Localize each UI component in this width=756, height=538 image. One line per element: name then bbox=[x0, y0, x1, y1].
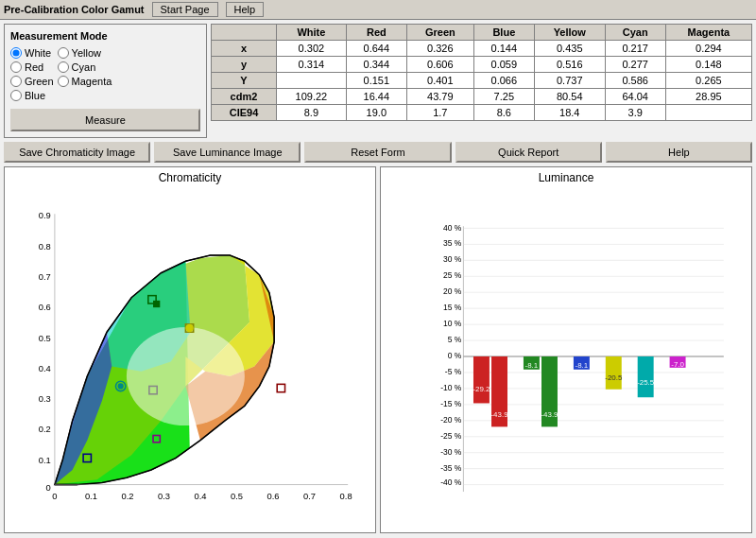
cell-3-6: 28.95 bbox=[665, 89, 751, 105]
table-row: CIE948.919.01.78.618.43.9 bbox=[212, 105, 752, 121]
cell-0-6: 0.294 bbox=[665, 41, 751, 57]
bar-green-2-label: -43.9 bbox=[541, 410, 558, 419]
col-header-magenta: Magenta bbox=[665, 25, 751, 41]
table-row: Y0.1510.4010.0660.7370.5860.265 bbox=[212, 73, 752, 89]
cell-1-2: 0.606 bbox=[406, 57, 473, 73]
lum-y-35: 35 % bbox=[443, 238, 462, 248]
cell-0-3: 0.144 bbox=[473, 41, 534, 57]
radio-blue-input[interactable] bbox=[10, 90, 22, 101]
lum-y-n30: -30 % bbox=[440, 447, 462, 457]
row-label-x: x bbox=[212, 41, 277, 57]
bar-cyan bbox=[638, 356, 654, 397]
action-bar: Save Chromaticity Image Save Luminance I… bbox=[4, 142, 752, 163]
cell-3-0: 109.22 bbox=[276, 89, 346, 105]
bar-red-1 bbox=[473, 356, 490, 403]
cell-0-1: 0.644 bbox=[346, 41, 406, 57]
measure-button[interactable]: Measure bbox=[10, 109, 200, 131]
cell-0-4: 0.435 bbox=[534, 41, 605, 57]
radio-yellow-label: Yellow bbox=[72, 47, 101, 59]
radio-cyan[interactable]: Cyan bbox=[58, 61, 112, 73]
cell-3-5: 64.04 bbox=[605, 89, 665, 105]
table-row: cdm2109.2216.4443.797.2580.5464.0428.95 bbox=[212, 89, 752, 105]
title-bar: Pre-Calibration Color Gamut Start Page H… bbox=[0, 0, 756, 20]
chromaticity-panel: Chromaticity 0.9 0.8 0.7 bbox=[4, 166, 376, 533]
cell-1-1: 0.344 bbox=[346, 57, 406, 73]
cell-3-1: 16.44 bbox=[346, 89, 406, 105]
row-label-Y: Y bbox=[212, 73, 277, 89]
cell-4-0: 8.9 bbox=[276, 105, 346, 121]
charts-section: Chromaticity 0.9 0.8 0.7 bbox=[4, 166, 752, 533]
cell-2-3: 0.066 bbox=[473, 73, 534, 89]
lum-y-25: 25 % bbox=[443, 270, 462, 280]
cell-2-2: 0.401 bbox=[406, 73, 473, 89]
radio-red-label: Red bbox=[25, 61, 43, 73]
radio-col-right: Yellow Cyan Magenta bbox=[58, 47, 112, 101]
cell-4-5: 3.9 bbox=[605, 105, 665, 121]
bar-yellow-label: -20.5 bbox=[605, 373, 623, 382]
y-label-05: 0.5 bbox=[39, 334, 51, 343]
lum-y-15: 15 % bbox=[443, 303, 462, 312]
lum-y-0: 0 % bbox=[448, 351, 462, 360]
bar-green-1-label: -8.1 bbox=[525, 361, 539, 370]
x-label-02: 0.2 bbox=[121, 492, 133, 501]
help-title-button[interactable]: Help bbox=[226, 2, 265, 17]
radio-white-input[interactable] bbox=[10, 47, 22, 59]
cell-1-5: 0.277 bbox=[605, 57, 665, 73]
main-content: Measurement Mode White Red Green bbox=[0, 20, 756, 537]
radio-yellow-input[interactable] bbox=[58, 47, 69, 59]
x-label-03: 0.3 bbox=[158, 492, 170, 501]
lum-y-n10: -10 % bbox=[440, 383, 462, 392]
help-action-button[interactable]: Help bbox=[606, 142, 752, 163]
reset-form-button[interactable]: Reset Form bbox=[304, 142, 451, 163]
row-label-CIE94: CIE94 bbox=[212, 105, 277, 121]
cell-2-1: 0.151 bbox=[346, 73, 406, 89]
radio-magenta-input[interactable] bbox=[58, 76, 69, 87]
window-title: Pre-Calibration Color Gamut bbox=[4, 4, 145, 15]
cell-2-6: 0.265 bbox=[665, 73, 751, 89]
radio-cyan-input[interactable] bbox=[58, 61, 69, 73]
radio-cyan-label: Cyan bbox=[72, 61, 96, 73]
quick-report-button[interactable]: Quick Report bbox=[455, 142, 602, 163]
row-label-y: y bbox=[212, 57, 277, 73]
lum-y-n5: -5 % bbox=[445, 367, 462, 376]
cell-1-6: 0.148 bbox=[665, 57, 751, 73]
lum-y-40: 40 % bbox=[443, 223, 462, 233]
radio-green[interactable]: Green bbox=[10, 76, 54, 87]
data-table-container: White Red Green Blue Yellow Cyan Magenta… bbox=[211, 24, 752, 138]
col-header-white: White bbox=[276, 25, 346, 41]
radio-group: White Red Green Blue bbox=[10, 47, 200, 101]
lum-y-20: 20 % bbox=[443, 286, 462, 296]
col-header-blue: Blue bbox=[473, 25, 534, 41]
bar-blue-label: -8.1 bbox=[576, 361, 589, 370]
cie-red-region bbox=[225, 406, 289, 484]
col-header-empty bbox=[212, 25, 277, 41]
cell-4-2: 1.7 bbox=[406, 105, 473, 121]
cell-3-2: 43.79 bbox=[406, 89, 473, 105]
lum-y-30: 30 % bbox=[443, 254, 462, 264]
bar-cyan-label: -25.5 bbox=[637, 378, 655, 387]
luminance-title: Luminance bbox=[381, 167, 751, 186]
lum-y-n40: -40 % bbox=[440, 477, 462, 487]
radio-red-input[interactable] bbox=[10, 61, 22, 73]
radio-yellow[interactable]: Yellow bbox=[58, 47, 112, 59]
radio-blue[interactable]: Blue bbox=[10, 90, 54, 101]
radio-magenta-label: Magenta bbox=[72, 76, 112, 87]
lum-y-n25: -25 % bbox=[440, 431, 462, 441]
radio-blue-label: Blue bbox=[25, 90, 45, 101]
lum-y-n15: -15 % bbox=[440, 399, 462, 408]
radio-white[interactable]: White bbox=[10, 47, 54, 59]
cell-0-2: 0.326 bbox=[406, 41, 473, 57]
col-header-red: Red bbox=[346, 25, 406, 41]
radio-magenta[interactable]: Magenta bbox=[58, 76, 112, 87]
cell-1-0: 0.314 bbox=[276, 57, 346, 73]
x-label-06: 0.6 bbox=[267, 492, 280, 501]
lum-y-5: 5 % bbox=[448, 335, 462, 344]
save-chromaticity-button[interactable]: Save Chromaticity Image bbox=[4, 142, 150, 163]
radio-green-input[interactable] bbox=[10, 76, 22, 87]
start-page-button[interactable]: Start Page bbox=[152, 2, 218, 17]
cell-4-3: 8.6 bbox=[473, 105, 534, 121]
radio-red[interactable]: Red bbox=[10, 61, 54, 73]
y-label-08: 0.8 bbox=[39, 242, 51, 252]
cell-1-4: 0.516 bbox=[534, 57, 605, 73]
save-luminance-button[interactable]: Save Luminance Image bbox=[154, 142, 301, 163]
